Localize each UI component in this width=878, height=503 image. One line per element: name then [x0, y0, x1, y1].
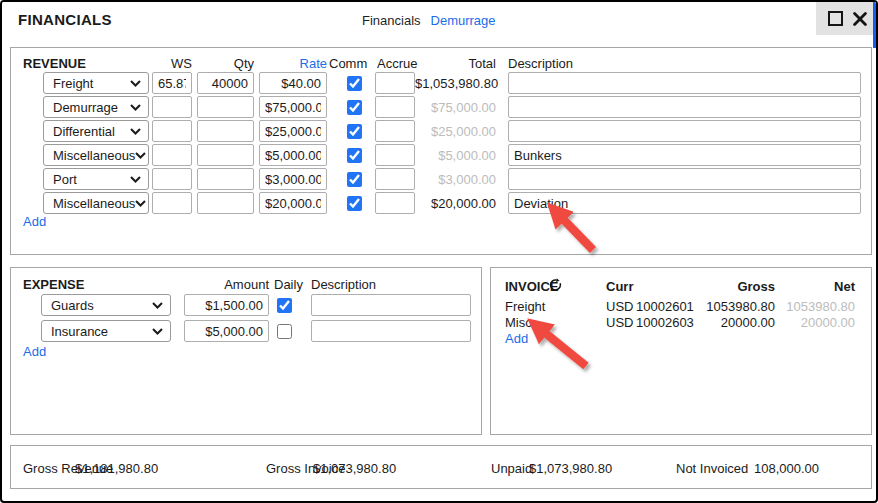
gross-invoice-value: $1,073,980.80 — [313, 461, 396, 476]
description-input[interactable] — [508, 168, 861, 190]
revenue-type-select[interactable]: Freight — [43, 72, 149, 94]
revenue-header-accrue: Accrue — [377, 56, 417, 71]
comm-checkbox[interactable] — [347, 172, 362, 187]
title-bar: FINANCIALS Financials Demurrage — [2, 2, 876, 38]
invoice-add-link[interactable]: Add — [505, 331, 528, 346]
rate-input[interactable] — [259, 168, 327, 190]
description-input[interactable] — [508, 96, 861, 118]
revenue-header-rate-link[interactable]: Rate — [259, 56, 327, 71]
maximize-icon[interactable] — [828, 11, 843, 26]
revenue-header-total: Total — [415, 56, 496, 71]
rate-input[interactable] — [259, 72, 327, 94]
amount-input[interactable] — [184, 320, 269, 342]
expense-header-amount: Amount — [184, 277, 269, 292]
chevron-down-icon — [152, 302, 163, 309]
daily-checkbox[interactable] — [277, 324, 292, 339]
summary-bar: Gross Revenue $1,181,980.80 Gross Invoic… — [10, 445, 872, 489]
invoice-currency: USD — [606, 315, 633, 331]
accrue-input[interactable] — [375, 144, 415, 166]
revenue-row: Miscellaneous $5,000.00 — [11, 143, 871, 167]
expense-row: Guards — [11, 292, 481, 318]
revenue-type-select[interactable]: Demurrage — [43, 96, 149, 118]
qty-input[interactable] — [197, 144, 254, 166]
invoice-panel: INVOICE Curr Gross Net Freight USD 10002… — [490, 267, 872, 435]
revenue-header-ws: WS — [152, 56, 192, 71]
ws-input[interactable] — [152, 192, 192, 214]
amount-input[interactable] — [184, 294, 269, 316]
expense-type-select[interactable]: Insurance — [41, 320, 171, 342]
invoice-header-curr: Curr — [606, 279, 633, 294]
daily-checkbox[interactable] — [277, 298, 292, 313]
chevron-down-icon — [135, 152, 146, 159]
description-input[interactable] — [311, 294, 471, 316]
description-input[interactable] — [508, 192, 861, 214]
accrue-input[interactable] — [375, 72, 415, 94]
comm-checkbox[interactable] — [347, 76, 362, 91]
revenue-row: Freight $1,053,980.80 — [11, 71, 871, 95]
qty-input[interactable] — [197, 120, 254, 142]
expense-row: Insurance — [11, 318, 481, 344]
revenue-type-select[interactable]: Miscellaneous — [43, 192, 149, 214]
header-tabs: Financials Demurrage — [362, 13, 496, 28]
invoice-row-label: Freight — [505, 299, 545, 315]
comm-checkbox[interactable] — [347, 148, 362, 163]
invoice-net: 20000.00 — [755, 315, 855, 331]
invoice-row: Freight USD 10002601 1053980.80 1053980.… — [491, 299, 871, 315]
close-icon[interactable] — [852, 11, 867, 26]
rate-input[interactable] — [259, 144, 327, 166]
invoice-currency: USD — [606, 299, 633, 315]
revenue-header-qty: Qty — [197, 56, 254, 71]
revenue-add-link[interactable]: Add — [23, 214, 46, 229]
description-input[interactable] — [508, 144, 861, 166]
invoice-header-net: Net — [755, 279, 855, 294]
not-invoiced-label: Not Invoiced — [676, 461, 748, 476]
qty-input[interactable] — [197, 168, 254, 190]
qty-input[interactable] — [197, 96, 254, 118]
revenue-total: $5,000.00 — [415, 148, 496, 163]
accrue-input[interactable] — [375, 192, 415, 214]
description-input[interactable] — [508, 120, 861, 142]
invoice-row: Misc USD 10002603 20000.00 20000.00 — [491, 315, 871, 331]
chevron-down-icon — [130, 176, 141, 183]
revenue-type-select[interactable]: Differential — [43, 120, 149, 142]
ws-input[interactable] — [152, 144, 192, 166]
description-input[interactable] — [508, 72, 861, 94]
accrue-input[interactable] — [375, 168, 415, 190]
comm-checkbox[interactable] — [347, 124, 362, 139]
qty-input[interactable] — [197, 192, 254, 214]
tab-financials[interactable]: Financials — [362, 13, 421, 28]
ws-input[interactable] — [152, 120, 192, 142]
unpaid-label: Unpaid — [491, 461, 532, 476]
rate-input[interactable] — [259, 192, 327, 214]
refresh-icon[interactable] — [548, 277, 563, 295]
gross-revenue-value: $1,181,980.80 — [75, 461, 158, 476]
ws-input[interactable] — [152, 168, 192, 190]
expense-add-link[interactable]: Add — [23, 344, 46, 359]
chevron-down-icon — [152, 328, 163, 335]
rate-input[interactable] — [259, 120, 327, 142]
revenue-total: $1,053,980.80 — [415, 76, 496, 91]
rate-input[interactable] — [259, 96, 327, 118]
tab-demurrage[interactable]: Demurrage — [431, 13, 496, 28]
revenue-row: Demurrage $75,000.00 — [11, 95, 871, 119]
unpaid-value: $1,073,980.80 — [529, 461, 612, 476]
revenue-type-select[interactable]: Miscellaneous — [43, 144, 149, 166]
page-title: FINANCIALS — [18, 11, 112, 28]
expense-panel: EXPENSE Amount Daily Description Guards … — [10, 267, 482, 435]
revenue-header-comm: Comm — [329, 56, 367, 71]
ws-input[interactable] — [152, 72, 192, 94]
comm-checkbox[interactable] — [347, 196, 362, 211]
not-invoiced-value: 108,000.00 — [754, 461, 819, 476]
revenue-title: REVENUE — [23, 56, 86, 71]
description-input[interactable] — [311, 320, 471, 342]
expense-type-select[interactable]: Guards — [41, 294, 171, 316]
accrue-input[interactable] — [375, 120, 415, 142]
accrue-input[interactable] — [375, 96, 415, 118]
qty-input[interactable] — [197, 72, 254, 94]
ws-input[interactable] — [152, 96, 192, 118]
revenue-type-select[interactable]: Port — [43, 168, 149, 190]
invoice-row-label: Misc — [505, 315, 532, 331]
chevron-down-icon — [130, 80, 141, 87]
chevron-down-icon — [130, 128, 141, 135]
comm-checkbox[interactable] — [347, 100, 362, 115]
